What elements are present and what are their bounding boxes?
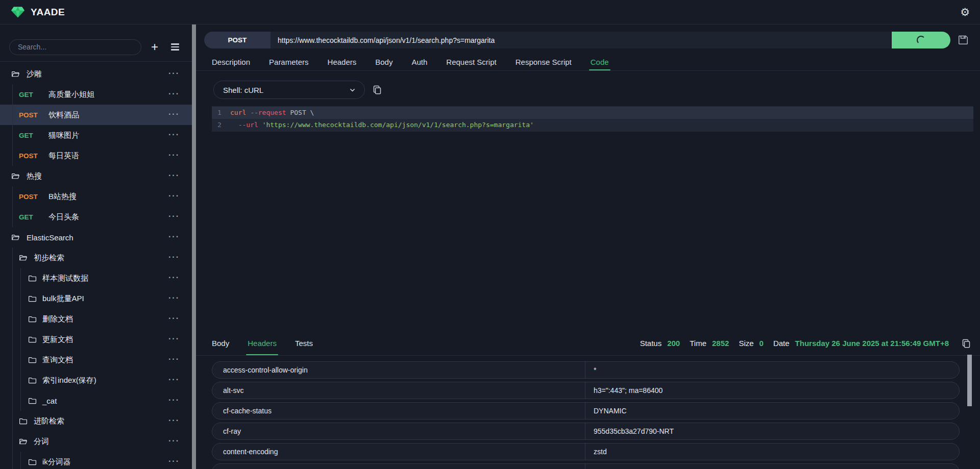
more-icon[interactable]: ···: [168, 396, 180, 405]
sidebar-item-folder[interactable]: ElasticSearch···: [0, 227, 192, 248]
more-icon[interactable]: ···: [168, 355, 180, 364]
indent-guide: [12, 390, 13, 411]
more-icon[interactable]: ···: [168, 375, 180, 384]
response-tab-tests[interactable]: Tests: [295, 331, 313, 355]
sidebar-item-request[interactable]: POSTB站热搜···: [0, 186, 192, 207]
sidebar-item-folder[interactable]: 初步检索···: [0, 248, 192, 268]
sidebar-item-folder[interactable]: bulk批量API···: [0, 288, 192, 309]
more-icon[interactable]: ···: [168, 334, 180, 343]
response-scrollbar[interactable]: [967, 355, 972, 406]
more-icon[interactable]: ···: [168, 110, 180, 119]
sidebar-item-label: 更新文档: [42, 335, 73, 344]
indent-guide: [12, 411, 13, 431]
gear-icon[interactable]: ⚙: [960, 7, 970, 17]
more-icon[interactable]: ···: [168, 457, 180, 466]
more-icon[interactable]: ···: [168, 253, 180, 262]
response-tab-headers[interactable]: Headers: [248, 331, 277, 355]
header-key-cell: cf-ray: [212, 423, 585, 439]
tab-auth[interactable]: Auth: [411, 53, 427, 70]
table-row: [212, 463, 960, 469]
sidebar-item-folder[interactable]: ik分词器···: [0, 452, 192, 469]
url-input[interactable]: [271, 32, 891, 48]
header-key-cell: content-encoding: [212, 443, 585, 460]
tab-body[interactable]: Body: [375, 53, 393, 70]
send-button[interactable]: [892, 32, 950, 48]
tab-code[interactable]: Code: [591, 53, 609, 70]
more-icon[interactable]: ···: [168, 232, 180, 241]
sidebar-item-label: 进阶检索: [34, 416, 64, 426]
more-icon[interactable]: ···: [168, 273, 180, 282]
search-input[interactable]: [9, 39, 141, 55]
more-icon[interactable]: ···: [168, 130, 180, 139]
tab-description[interactable]: Description: [212, 53, 250, 70]
copy-code-icon[interactable]: [372, 85, 382, 95]
sidebar: + 沙雕···GET高质量小姐姐···POST饮料酒品···GET猫咪图片···…: [0, 24, 192, 469]
indent-guide: [12, 84, 13, 105]
sidebar-item-folder[interactable]: 索引index(保存)···: [0, 370, 192, 390]
tab-request-script[interactable]: Request Script: [446, 53, 496, 70]
meta-label: Size: [739, 339, 753, 348]
more-icon[interactable]: ···: [168, 151, 180, 160]
tab-headers[interactable]: Headers: [328, 53, 357, 70]
code-line: 2 --url 'https://www.thecocktaildb.com/a…: [212, 119, 973, 131]
sidebar-item-folder[interactable]: _cat···: [0, 390, 192, 411]
indent-guide: [12, 431, 13, 452]
meta-value: 200: [667, 339, 680, 348]
sidebar-item-request[interactable]: GET猫咪图片···: [0, 125, 192, 145]
sidebar-item-label: 饮料酒品: [48, 110, 79, 120]
sidebar-item-folder[interactable]: 进阶检索···: [0, 411, 192, 431]
sidebar-item-folder[interactable]: 沙雕···: [0, 64, 192, 84]
panel-resize-handle[interactable]: [192, 24, 196, 469]
sidebar-item-folder[interactable]: 更新文档···: [0, 329, 192, 350]
response-tab-body[interactable]: Body: [212, 331, 229, 355]
sidebar-item-label: 查询文档: [42, 355, 73, 365]
save-icon[interactable]: [958, 34, 969, 45]
header-value-cell: h3=":443"; ma=86400: [585, 382, 959, 399]
more-icon[interactable]: ···: [168, 69, 180, 78]
app-title: YAADE: [31, 7, 65, 18]
language-select[interactable]: Shell: cURL: [213, 81, 365, 99]
sidebar-item-request[interactable]: GET高质量小姐姐···: [0, 84, 192, 105]
request-method-label: GET: [19, 91, 33, 98]
indent-guide: [20, 452, 21, 469]
more-icon[interactable]: ···: [168, 171, 180, 180]
more-icon[interactable]: ···: [168, 191, 180, 201]
sidebar-item-folder[interactable]: 查询文档···: [0, 350, 192, 370]
copy-response-icon[interactable]: [961, 338, 971, 349]
sidebar-item-folder[interactable]: 热搜···: [0, 166, 192, 186]
sidebar-item-folder[interactable]: 样本测试数据···: [0, 268, 192, 288]
more-icon[interactable]: ···: [168, 436, 180, 446]
request-method-label: GET: [19, 213, 33, 221]
table-row: cf-cache-statusDYNAMIC: [212, 402, 960, 419]
folder-icon: [19, 417, 28, 426]
sidebar-item-request[interactable]: POST饮料酒品···: [0, 105, 192, 125]
method-label: POST: [228, 36, 247, 44]
more-icon[interactable]: ···: [168, 293, 180, 303]
indent-guide: [12, 145, 13, 166]
menu-icon[interactable]: [171, 43, 179, 51]
tab-response-script[interactable]: Response Script: [516, 53, 572, 70]
sidebar-item-request[interactable]: GET今日头条···: [0, 207, 192, 227]
sidebar-item-label: 样本测试数据: [42, 274, 88, 283]
folder-icon: [28, 294, 37, 303]
add-collection-button[interactable]: +: [148, 40, 162, 54]
sidebar-item-request[interactable]: POST每日英语···: [0, 145, 192, 166]
indent-guide: [20, 309, 21, 329]
indent-guide: [12, 248, 13, 268]
sidebar-item-folder[interactable]: 分词···: [0, 431, 192, 452]
meta-label: Status: [640, 339, 662, 348]
sidebar-item-folder[interactable]: 删除文档···: [0, 309, 192, 329]
request-tabs: DescriptionParametersHeadersBodyAuthRequ…: [196, 53, 980, 71]
more-icon[interactable]: ···: [168, 212, 180, 221]
folder-open-icon: [11, 70, 20, 79]
method-select[interactable]: POST: [204, 32, 271, 48]
sidebar-item-label: 今日头条: [48, 212, 79, 222]
tab-parameters[interactable]: Parameters: [269, 53, 309, 70]
response-meta-time: Time2852: [690, 339, 729, 348]
code-editor[interactable]: 1curl --request POST \2 --url 'https://w…: [212, 106, 973, 132]
more-icon[interactable]: ···: [168, 314, 180, 323]
more-icon[interactable]: ···: [168, 416, 180, 425]
table-row: content-encodingzstd: [212, 443, 960, 460]
folder-icon: [28, 335, 37, 344]
more-icon[interactable]: ···: [168, 89, 180, 98]
